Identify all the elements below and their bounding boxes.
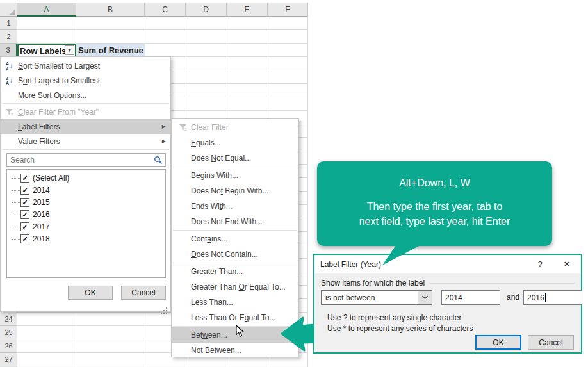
- item-label: More Sort Options...: [18, 91, 86, 100]
- first-value-input[interactable]: 2014: [441, 290, 500, 305]
- column-header-c[interactable]: C: [145, 3, 186, 17]
- column-header-b[interactable]: B: [76, 3, 145, 17]
- cell-a3-row-labels[interactable]: Row Labels ▼: [17, 44, 76, 58]
- item-label: Less Than...: [172, 298, 233, 307]
- item-label: Sort Largest to Smallest: [18, 76, 100, 85]
- item-label: Clear Filter From "Year": [18, 108, 99, 117]
- checkbox-checked[interactable]: ✓: [20, 186, 29, 195]
- column-header-d[interactable]: D: [186, 3, 227, 17]
- filter-value-list: ✓(Select All) ✓2014 ✓2015 ✓2016 ✓2017 ✓2…: [6, 169, 166, 278]
- submenu-item-begins-with[interactable]: Begins With...: [172, 168, 298, 183]
- help-button[interactable]: ?: [527, 259, 553, 269]
- dropdown-arrow-icon: ▼: [67, 48, 72, 53]
- search-icon: [154, 156, 163, 165]
- select-all-corner[interactable]: [0, 3, 17, 17]
- item-label: Contains...: [172, 234, 227, 243]
- menu-item-label-filters[interactable]: Label Filters ▶: [1, 119, 170, 134]
- dialog-ok-button[interactable]: OK: [475, 335, 521, 350]
- dialog-titlebar[interactable]: Label Filter (Year) ? ✕: [314, 255, 581, 273]
- item-label: Does Not End With...: [172, 217, 263, 226]
- submenu-item-does-not-contain[interactable]: Does Not Contain...: [172, 247, 298, 262]
- operator-select[interactable]: is not between: [321, 290, 432, 305]
- item-label: Greater Than Or Equal To...: [172, 282, 286, 291]
- group-divider: [430, 283, 575, 284]
- pivot-filter-dropdown-button[interactable]: ▼: [65, 45, 74, 55]
- submenu-item-greater-than[interactable]: Greater Than...: [172, 264, 298, 279]
- row-header-24[interactable]: 24: [0, 313, 17, 326]
- item-label: Greater Than...: [172, 267, 243, 276]
- row-header-25[interactable]: 25: [0, 326, 17, 339]
- list-item-2015[interactable]: ✓2015: [7, 196, 165, 208]
- row-header-27[interactable]: 27: [0, 353, 17, 366]
- search-placeholder: Search: [7, 156, 154, 165]
- item-label: Does Not Equal...: [172, 154, 251, 163]
- list-item-2014[interactable]: ✓2014: [7, 184, 165, 196]
- submenu-item-ends-with[interactable]: Ends With...: [172, 199, 298, 214]
- menu-separator: [173, 230, 297, 231]
- list-item-2017[interactable]: ✓2017: [7, 220, 165, 232]
- resize-grip[interactable]: [166, 307, 167, 309]
- list-item-2018[interactable]: ✓2018: [7, 232, 165, 245]
- item-label: Sort Smallest to Largest: [18, 61, 100, 70]
- submenu-item-greater-than-or-equal-to[interactable]: Greater Than Or Equal To...: [172, 279, 298, 295]
- callout-bubble: Alt+Down, L, W Then type the first year,…: [317, 161, 552, 246]
- wildcard-hint-series: Use * to represent any series of charact…: [327, 323, 473, 334]
- item-label: Between...: [172, 330, 227, 339]
- checkbox-checked[interactable]: ✓: [20, 174, 29, 183]
- search-input[interactable]: Search: [6, 153, 166, 167]
- cell-b3-sum-of-revenue[interactable]: Sum of Revenue: [76, 44, 145, 58]
- submenu-item-contains[interactable]: Contains...: [172, 231, 298, 247]
- group-label-row: Show items for which the label: [321, 279, 575, 288]
- item-label: Ends With...: [172, 202, 233, 211]
- submenu-arrow-icon: ▶: [162, 124, 166, 129]
- item-label: Begins With...: [172, 171, 238, 180]
- close-button[interactable]: ✕: [553, 259, 581, 269]
- column-header-e[interactable]: E: [227, 3, 268, 17]
- item-label: Value Filters: [18, 137, 60, 146]
- menu-separator: [173, 263, 297, 263]
- cancel-button[interactable]: Cancel: [121, 286, 166, 300]
- row-header-26[interactable]: 26: [0, 339, 17, 353]
- checkbox-checked[interactable]: ✓: [20, 198, 29, 207]
- submenu-item-does-not-end-with[interactable]: Does Not End With...: [172, 214, 298, 229]
- ok-button[interactable]: OK: [68, 286, 113, 300]
- pivot-filter-menu: AZ↓ Sort Smallest to Largest ZA↓ Sort La…: [0, 56, 171, 312]
- submenu-arrow-icon: ▶: [162, 138, 166, 144]
- menu-separator: [2, 149, 169, 150]
- submenu-item-less-than[interactable]: Less Than...: [172, 295, 298, 310]
- submenu-item-equals[interactable]: Equals...: [172, 135, 298, 151]
- item-label: Does Not Contain...: [172, 250, 258, 259]
- callout-instructions: Then type the first year, tab to next fi…: [317, 199, 552, 229]
- and-label: and: [507, 293, 519, 302]
- combo-dropdown-button[interactable]: [418, 291, 432, 304]
- wildcard-hint-single: Use ? to represent any single character: [327, 313, 461, 323]
- item-label: Label Filters: [18, 122, 60, 131]
- row-header-2[interactable]: 2: [0, 30, 17, 44]
- checkbox-checked[interactable]: ✓: [20, 210, 29, 219]
- checkbox-checked[interactable]: ✓: [20, 222, 29, 231]
- submenu-item-clear-filter: Clear Filter: [172, 120, 298, 135]
- list-item-select-all[interactable]: ✓(Select All): [7, 172, 165, 184]
- sort-za-icon: ZA↓: [6, 76, 13, 85]
- second-value-input[interactable]: 2016: [523, 290, 582, 305]
- menu-item-more-sort-options[interactable]: More Sort Options...: [1, 88, 170, 102]
- corner-triangle-icon: [10, 9, 15, 15]
- clear-filter-icon: [5, 108, 14, 116]
- sort-az-icon: AZ↓: [6, 61, 13, 70]
- menu-separator: [2, 103, 169, 104]
- column-header-a[interactable]: A: [17, 3, 76, 17]
- dialog-cancel-button[interactable]: Cancel: [528, 335, 574, 350]
- row-header-3[interactable]: 3: [0, 44, 17, 57]
- submenu-item-does-not-equal[interactable]: Does Not Equal...: [172, 151, 298, 166]
- menu-item-value-filters[interactable]: Value Filters ▶: [1, 134, 170, 149]
- mouse-cursor: [236, 325, 245, 338]
- label-filter-dialog: Label Filter (Year) ? ✕ Show items for w…: [313, 254, 582, 354]
- menu-separator: [173, 167, 297, 167]
- menu-item-sort-largest-to-smallest[interactable]: ZA↓ Sort Largest to Smallest: [1, 73, 170, 88]
- checkbox-checked[interactable]: ✓: [20, 234, 29, 243]
- list-item-2016[interactable]: ✓2016: [7, 208, 165, 220]
- submenu-item-does-not-begin-with[interactable]: Does Not Begin With...: [172, 183, 298, 199]
- column-header-f[interactable]: F: [268, 3, 308, 17]
- row-header-1[interactable]: 1: [0, 17, 17, 30]
- menu-item-sort-smallest-to-largest[interactable]: AZ↓ Sort Smallest to Largest: [1, 58, 170, 73]
